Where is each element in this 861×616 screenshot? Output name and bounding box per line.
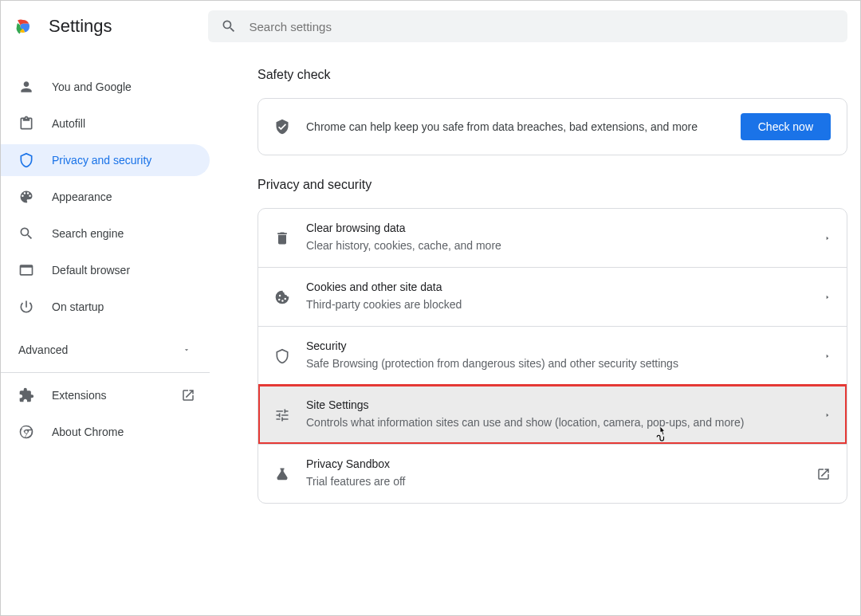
item-subtitle: Safe Browsing (protection from dangerous…	[306, 355, 808, 372]
shield-icon	[18, 152, 34, 168]
page-title: Settings	[49, 16, 112, 37]
cookies-item[interactable]: Cookies and other site data Third-party …	[258, 267, 847, 326]
sidebar-item-about-chrome[interactable]: About Chrome	[1, 416, 210, 448]
sidebar-item-label: About Chrome	[52, 426, 195, 438]
chrome-logo-icon	[14, 17, 33, 36]
palette-icon	[18, 189, 34, 205]
site-settings-item[interactable]: Site Settings Controls what information …	[258, 385, 847, 444]
sidebar-item-label: Appearance	[52, 190, 112, 203]
shield-check-icon	[274, 119, 290, 135]
divider	[1, 372, 210, 373]
advanced-toggle[interactable]: Advanced	[1, 334, 210, 366]
advanced-label: Advanced	[18, 343, 68, 356]
chevron-right-icon	[824, 294, 831, 300]
item-subtitle: Clear history, cookies, cache, and more	[306, 237, 808, 254]
sidebar-item-label: On startup	[52, 300, 104, 313]
item-subtitle: Controls what information sites can use …	[306, 414, 808, 431]
sidebar-item-autofill[interactable]: Autofill	[1, 108, 210, 139]
chevron-right-icon	[824, 353, 831, 359]
chevron-right-icon	[824, 235, 831, 241]
cookie-icon	[274, 289, 290, 305]
privacy-sandbox-item[interactable]: Privacy Sandbox Trial features are off	[258, 444, 847, 503]
extension-icon	[18, 387, 34, 403]
item-title: Clear browsing data	[306, 222, 808, 234]
item-title: Site Settings	[306, 398, 808, 411]
power-icon	[18, 299, 34, 315]
privacy-section-title: Privacy and security	[258, 178, 847, 192]
flask-icon	[274, 466, 290, 482]
security-item[interactable]: Security Safe Browsing (protection from …	[258, 326, 847, 385]
external-link-icon	[181, 388, 195, 402]
sidebar-item-default-browser[interactable]: Default browser	[1, 254, 210, 286]
search-icon	[221, 18, 237, 34]
clipboard-icon	[18, 116, 34, 131]
sidebar-item-privacy-security[interactable]: Privacy and security	[1, 144, 210, 176]
shield-icon	[274, 348, 290, 364]
sidebar: You and Google Autofill Privacy and secu…	[1, 52, 210, 615]
sidebar-item-label: Extensions	[52, 389, 163, 402]
sidebar-item-on-startup[interactable]: On startup	[1, 291, 210, 323]
main-content: Safety check Chrome can help keep you sa…	[210, 52, 860, 615]
tune-icon	[274, 407, 290, 423]
item-title: Security	[306, 339, 808, 352]
safety-check-title: Safety check	[258, 68, 847, 82]
sidebar-item-label: Autofill	[52, 117, 85, 130]
sidebar-item-extensions[interactable]: Extensions	[1, 379, 210, 411]
item-title: Privacy Sandbox	[306, 457, 800, 470]
person-icon	[18, 79, 34, 95]
clear-browsing-data-item[interactable]: Clear browsing data Clear history, cooki…	[258, 209, 847, 267]
item-subtitle: Trial features are off	[306, 473, 800, 490]
sidebar-item-you-and-google[interactable]: You and Google	[1, 71, 210, 103]
safety-check-text: Chrome can help keep you safe from data …	[306, 119, 725, 135]
sidebar-item-label: Search engine	[52, 227, 124, 240]
trash-icon	[274, 230, 290, 246]
browser-icon	[18, 262, 34, 278]
chrome-icon	[18, 424, 34, 440]
sidebar-item-search-engine[interactable]: Search engine	[1, 218, 210, 249]
check-now-button[interactable]: Check now	[741, 113, 831, 140]
chevron-down-icon	[183, 346, 191, 354]
sidebar-item-label: Default browser	[52, 264, 130, 277]
safety-check-card: Chrome can help keep you safe from data …	[258, 98, 847, 155]
search-icon	[18, 226, 34, 241]
header: Settings	[1, 1, 860, 52]
search-box[interactable]	[208, 10, 848, 42]
item-title: Cookies and other site data	[306, 281, 808, 293]
privacy-card: Clear browsing data Clear history, cooki…	[258, 208, 847, 504]
search-input[interactable]	[250, 20, 835, 33]
external-link-icon	[816, 467, 831, 481]
item-subtitle: Third-party cookies are blocked	[306, 296, 808, 313]
sidebar-item-label: Privacy and security	[52, 154, 151, 167]
chevron-right-icon	[824, 412, 831, 418]
sidebar-item-appearance[interactable]: Appearance	[1, 181, 210, 213]
sidebar-item-label: You and Google	[52, 80, 132, 93]
